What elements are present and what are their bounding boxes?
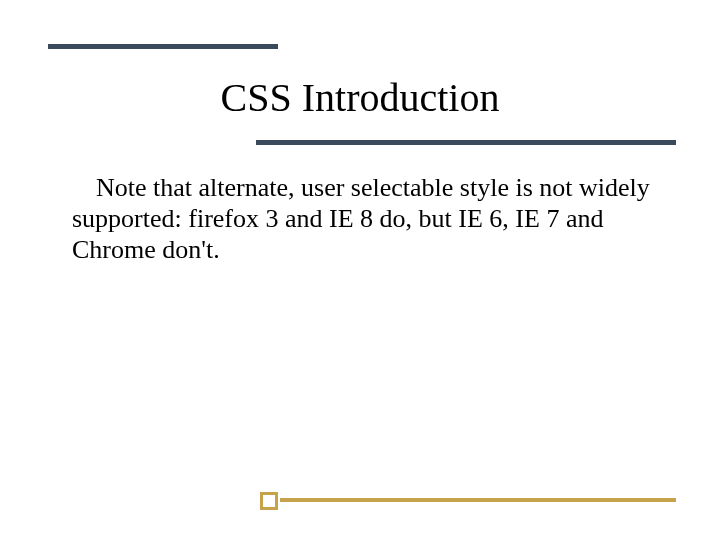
decorative-line-mid bbox=[256, 140, 676, 145]
decorative-line-bottom bbox=[280, 498, 676, 502]
decorative-square-icon bbox=[260, 492, 278, 510]
slide-body-text: Note that alternate, user selectable sty… bbox=[72, 172, 662, 266]
slide-title: CSS Introduction bbox=[0, 74, 720, 121]
decorative-line-top bbox=[48, 44, 278, 49]
